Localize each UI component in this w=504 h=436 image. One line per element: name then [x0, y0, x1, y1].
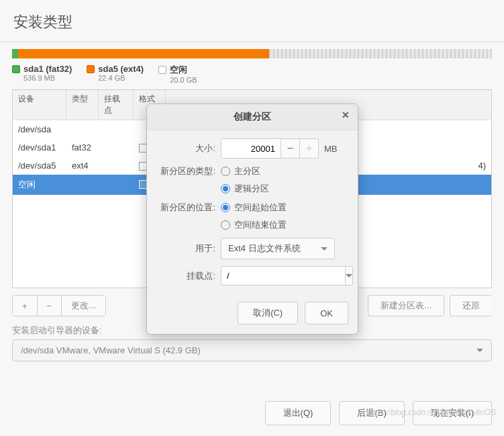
- cell-mountpoint: [99, 123, 134, 136]
- legend-item: 空闲20.0 GB: [158, 64, 197, 84]
- size-plus-button[interactable]: +: [300, 138, 319, 159]
- size-unit: MB: [324, 144, 338, 154]
- radio-primary[interactable]: 主分区: [221, 165, 269, 177]
- cell-type: ext4: [66, 159, 99, 172]
- type-label: 新分区的类型:: [156, 165, 221, 177]
- mountpoint-dropdown-button[interactable]: [345, 266, 353, 286]
- remove-button[interactable]: −: [38, 296, 62, 316]
- partition-edit-group: + − 更改...: [12, 295, 106, 316]
- cancel-button[interactable]: 取消(C): [238, 302, 298, 324]
- cell-mountpoint: [99, 177, 134, 192]
- legend-name: sda1 (fat32): [23, 64, 72, 74]
- page-title: 安装类型: [0, 0, 504, 42]
- cell-mountpoint: [99, 141, 134, 154]
- radio-icon: [221, 220, 230, 230]
- close-icon[interactable]: ✕: [339, 108, 352, 122]
- create-partition-dialog: 创建分区 ✕ 大小: − + MB 新分区的类型: 主分区 逻辑分区: [146, 103, 358, 335]
- bootloader-value: /dev/sda VMware, VMware Virtual S (42.9 …: [21, 345, 201, 355]
- size-label: 大小:: [156, 142, 221, 155]
- use-as-combo[interactable]: Ext4 日志文件系统: [221, 238, 335, 259]
- disk-usage-bar: [12, 49, 492, 58]
- legend-size: 22.4 GB: [98, 74, 144, 82]
- legend-name: 空闲: [170, 64, 187, 76]
- cell-device: /dev/sda5: [13, 159, 66, 172]
- size-minus-button[interactable]: −: [281, 138, 300, 159]
- use-as-label: 用于:: [156, 243, 221, 255]
- change-button[interactable]: 更改...: [62, 296, 105, 316]
- cell-device: /dev/sda1: [13, 141, 66, 154]
- radio-icon: [221, 203, 230, 212]
- mountpoint-label: 挂载点:: [156, 270, 221, 282]
- chevron-down-icon: [476, 349, 483, 352]
- disk-segment: [269, 49, 492, 58]
- new-partition-table-button[interactable]: 新建分区表...: [368, 295, 444, 316]
- mountpoint-combo[interactable]: [221, 266, 335, 286]
- radio-icon: [221, 167, 230, 176]
- legend-swatch: [87, 65, 95, 73]
- watermark: https://blog.csdn.net/UbuntuKylinOS: [366, 408, 496, 417]
- disk-segment: [12, 49, 18, 58]
- chevron-down-icon: [321, 247, 327, 251]
- chevron-down-icon: [346, 274, 352, 277]
- ok-button[interactable]: OK: [305, 302, 348, 324]
- legend-swatch: [158, 66, 166, 74]
- legend-size: 20.0 GB: [170, 76, 197, 84]
- cell-device: 空闲: [13, 177, 66, 192]
- legend-item: sda1 (fat32)536.9 MB: [12, 64, 72, 84]
- legend-size: 536.9 MB: [23, 74, 72, 82]
- size-input[interactable]: [221, 138, 281, 159]
- col-type: 类型: [66, 90, 99, 120]
- cell-device: /dev/sda: [13, 123, 66, 136]
- cell-mountpoint: [99, 159, 134, 172]
- disk-legend: sda1 (fat32)536.9 MBsda5 (ext4)22.4 GB空闲…: [12, 64, 492, 84]
- disk-segment: [18, 49, 268, 58]
- size-spinner[interactable]: − +: [221, 138, 319, 159]
- position-label: 新分区的位置:: [156, 202, 221, 214]
- legend-swatch: [12, 65, 20, 73]
- radio-pos-begin[interactable]: 空间起始位置: [221, 202, 287, 214]
- legend-item: sda5 (ext4)22.4 GB: [87, 64, 144, 84]
- dialog-title: 创建分区 ✕: [147, 104, 358, 130]
- bootloader-combo[interactable]: /dev/sda VMware, VMware Virtual S (42.9 …: [12, 339, 492, 361]
- legend-name: sda5 (ext4): [98, 64, 144, 74]
- cell-type: [66, 123, 99, 136]
- col-device: 设备: [13, 90, 66, 120]
- radio-logical[interactable]: 逻辑分区: [221, 183, 269, 195]
- radio-pos-end[interactable]: 空间结束位置: [221, 219, 287, 231]
- cell-type: [66, 177, 99, 192]
- col-mountpoint: 挂载点: [99, 90, 134, 120]
- mountpoint-input[interactable]: [221, 266, 345, 286]
- add-button[interactable]: +: [13, 296, 38, 316]
- quit-button[interactable]: 退出(Q): [265, 401, 332, 425]
- cell-type: fat32: [66, 141, 99, 154]
- radio-icon: [221, 184, 230, 193]
- revert-button[interactable]: 还原: [450, 295, 492, 316]
